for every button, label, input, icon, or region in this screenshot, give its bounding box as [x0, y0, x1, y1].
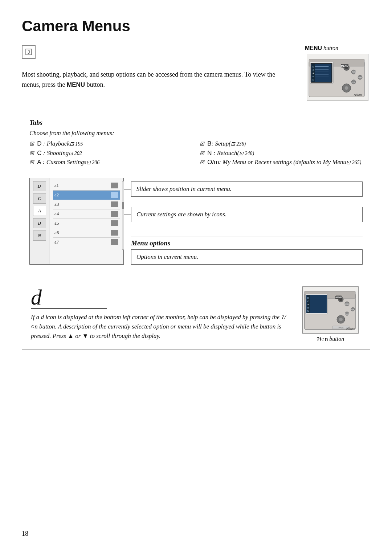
screen-tab-d: D: [33, 181, 46, 191]
svg-text:MENU: MENU: [335, 296, 342, 298]
screen-tab-a: A: [33, 206, 46, 216]
screen-menu-item-1: a1: [53, 181, 120, 191]
screen-tab-n: N: [33, 230, 46, 241]
svg-point-52: [339, 318, 343, 321]
svg-text:D: D: [313, 66, 314, 68]
svg-text:ISO: ISO: [345, 303, 349, 305]
svg-text:MENU: MENU: [341, 65, 348, 67]
tab-item-om: ☒ O/m: My Menu or Recent settings (defau…: [200, 158, 363, 167]
help-section: d If a d icon is displayed at the bottom…: [22, 279, 370, 350]
menu-options-box: Options in current menu.: [131, 249, 363, 265]
svg-text:C: C: [307, 300, 309, 302]
screen-content-col: a1 a2 a3 a4 a5 a6: [49, 178, 123, 264]
tabs-subtext: Choose from the following menus:: [29, 130, 363, 137]
help-letter: d: [31, 286, 107, 309]
screen-tab-c: C: [33, 193, 46, 204]
annotations-col: Slider shows position in current menu. C…: [124, 174, 363, 265]
slider-indicator: [122, 202, 124, 209]
page-number: 18: [22, 530, 28, 538]
screen-menu-item-5: a5: [53, 219, 120, 228]
svg-text:WB: WB: [358, 77, 362, 79]
diagram-area: D C A B N a1 a2 a3: [29, 174, 363, 265]
svg-text:A: A: [313, 72, 314, 74]
svg-text:N: N: [307, 310, 309, 312]
svg-text:Nikon: Nikon: [346, 327, 355, 330]
svg-text:B: B: [307, 307, 309, 309]
svg-text:Nikon: Nikon: [354, 93, 362, 97]
slider-bar: [122, 181, 124, 250]
help-button-label: ?/○n button: [317, 336, 344, 342]
svg-text:WB: WB: [351, 309, 354, 311]
page-title: Camera Menus: [22, 17, 370, 35]
intro-section: J Most shooting, playback, and setup opt…: [22, 45, 370, 101]
help-text: If a d icon is displayed at the bottom l…: [31, 313, 289, 341]
help-text-area: d If a d icon is displayed at the bottom…: [31, 286, 289, 341]
svg-text:D: D: [307, 297, 309, 299]
svg-text:A: A: [307, 303, 309, 306]
menu-button-label: MENU button: [305, 45, 338, 52]
tab-item-n: ☒ N : Retouch(⊡ 248): [200, 148, 363, 158]
screen-menu-item-6: a6: [53, 228, 120, 238]
svg-text:QUAL: QUAL: [344, 313, 350, 315]
screen-tabs-col: D C A B N: [30, 178, 49, 264]
svg-text:QUAL: QUAL: [351, 82, 356, 83]
screen-menu-item-2: a2: [53, 191, 120, 200]
annotation-settings: Current settings are shown by icons.: [131, 207, 363, 222]
svg-text:ISO: ISO: [351, 71, 356, 73]
svg-text:J: J: [28, 50, 30, 55]
svg-text:N: N: [313, 79, 314, 81]
menu-button-area: MENU button MENU ISO WB: [305, 45, 370, 101]
camera-image-top: MENU ISO WB QUAL Nikon: [307, 54, 368, 101]
tab-item-d: ☒ D : Playback⊡ 195: [29, 139, 192, 148]
tabs-right-col: ☒ B: Setup(⊡ 236) ☒ N : Retouch(⊡ 248) ☒…: [200, 139, 363, 167]
help-camera-area: D C A B N MENU ISO WB QUAL ?/: [299, 286, 361, 342]
svg-text:?/○n: ?/○n: [338, 326, 343, 329]
screen-tab-b: B: [33, 218, 46, 228]
screen-mock: D C A B N a1 a2 a3: [29, 178, 124, 265]
menu-options-header: Menu options: [131, 237, 363, 247]
screen-menu-item-3: a3: [53, 200, 120, 209]
intro-paragraph: Most shooting, playback, and setup optio…: [22, 71, 275, 88]
tab-item-a: ☒ A : Custom Settings⊡ 206: [29, 158, 192, 167]
svg-text:C: C: [313, 69, 314, 71]
tab-item-c: ☒ C : Shooting⊡ 202: [29, 148, 192, 158]
help-camera-image: D C A B N MENU ISO WB QUAL ?/: [302, 286, 359, 334]
main-diagram-box: Tabs Choose from the following menus: ☒ …: [22, 112, 370, 270]
screen-menu-item-7: a7: [53, 238, 120, 247]
svg-text:B: B: [313, 76, 314, 78]
tabs-grid: ☒ D : Playback⊡ 195 ☒ C : Shooting⊡ 202 …: [29, 139, 363, 167]
tabs-left-col: ☒ D : Playback⊡ 195 ☒ C : Shooting⊡ 202 …: [29, 139, 192, 167]
annotation-slider: Slider shows position in current menu.: [131, 181, 363, 197]
menu-options-section: Menu options Options in current menu.: [131, 237, 363, 265]
tabs-header: Tabs: [29, 119, 363, 127]
svg-point-16: [345, 86, 348, 90]
screen-menu-item-4: a4: [53, 209, 120, 219]
intro-text: J Most shooting, playback, and setup opt…: [22, 45, 290, 90]
tab-item-b: ☒ B: Setup(⊡ 236): [200, 139, 363, 148]
icon-j: J: [22, 45, 36, 59]
